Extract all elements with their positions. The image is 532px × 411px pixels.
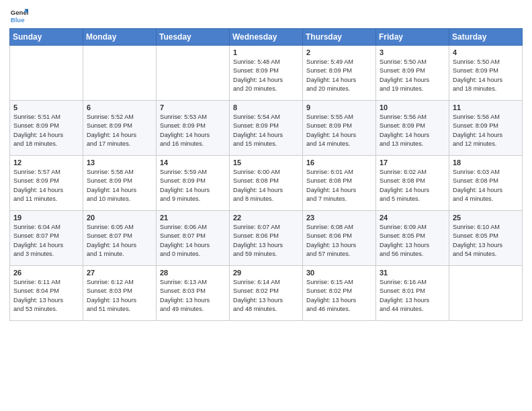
- day-number: 15: [233, 158, 300, 167]
- day-info: Sunrise: 6:06 AM Sunset: 8:07 PM Dayligh…: [160, 223, 226, 259]
- week-row-5: 26Sunrise: 6:11 AM Sunset: 8:04 PM Dayli…: [10, 266, 523, 321]
- day-info: Sunrise: 6:15 AM Sunset: 8:02 PM Dayligh…: [306, 278, 373, 314]
- day-cell: 9Sunrise: 5:55 AM Sunset: 8:09 PM Daylig…: [303, 101, 376, 156]
- day-cell: 5Sunrise: 5:51 AM Sunset: 8:09 PM Daylig…: [10, 101, 83, 156]
- day-cell: [10, 46, 83, 101]
- day-number: 4: [453, 48, 519, 56]
- day-info: Sunrise: 5:58 AM Sunset: 8:09 PM Dayligh…: [87, 168, 153, 203]
- day-cell: 11Sunrise: 5:56 AM Sunset: 8:09 PM Dayli…: [449, 101, 523, 156]
- day-cell: 3Sunrise: 5:50 AM Sunset: 8:09 PM Daylig…: [376, 46, 449, 101]
- day-number: 30: [306, 269, 373, 277]
- logo-icon: General Blue: [9, 7, 28, 26]
- day-number: 23: [306, 214, 373, 222]
- day-number: 25: [453, 214, 519, 222]
- day-cell: 24Sunrise: 6:09 AM Sunset: 8:05 PM Dayli…: [376, 211, 449, 266]
- day-number: 5: [13, 103, 80, 111]
- day-cell: 14Sunrise: 5:59 AM Sunset: 8:09 PM Dayli…: [157, 156, 230, 211]
- day-cell: 31Sunrise: 6:16 AM Sunset: 8:01 PM Dayli…: [376, 266, 449, 321]
- day-number: 28: [160, 269, 226, 277]
- day-info: Sunrise: 5:48 AM Sunset: 8:09 PM Dayligh…: [233, 58, 300, 93]
- day-number: 24: [380, 214, 446, 222]
- day-info: Sunrise: 6:05 AM Sunset: 8:07 PM Dayligh…: [87, 223, 153, 259]
- day-cell: [449, 266, 523, 321]
- day-info: Sunrise: 6:08 AM Sunset: 8:06 PM Dayligh…: [306, 223, 373, 259]
- svg-text:Blue: Blue: [11, 16, 25, 24]
- day-cell: [157, 46, 230, 101]
- day-info: Sunrise: 6:10 AM Sunset: 8:05 PM Dayligh…: [453, 223, 519, 259]
- day-number: 2: [306, 48, 373, 56]
- day-cell: 28Sunrise: 6:13 AM Sunset: 8:03 PM Dayli…: [157, 266, 230, 321]
- day-number: 12: [13, 158, 80, 167]
- day-cell: 1Sunrise: 5:48 AM Sunset: 8:09 PM Daylig…: [230, 46, 303, 101]
- day-info: Sunrise: 5:56 AM Sunset: 8:09 PM Dayligh…: [380, 113, 446, 148]
- day-cell: [83, 46, 157, 101]
- day-info: Sunrise: 5:57 AM Sunset: 8:09 PM Dayligh…: [13, 168, 80, 203]
- week-row-1: 1Sunrise: 5:48 AM Sunset: 8:09 PM Daylig…: [10, 46, 523, 101]
- weekday-header-wednesday: Wednesday: [230, 29, 303, 46]
- day-cell: 16Sunrise: 6:01 AM Sunset: 8:08 PM Dayli…: [303, 156, 376, 211]
- day-cell: 20Sunrise: 6:05 AM Sunset: 8:07 PM Dayli…: [83, 211, 157, 266]
- day-cell: 23Sunrise: 6:08 AM Sunset: 8:06 PM Dayli…: [303, 211, 376, 266]
- day-info: Sunrise: 6:11 AM Sunset: 8:04 PM Dayligh…: [13, 278, 80, 314]
- day-info: Sunrise: 5:55 AM Sunset: 8:09 PM Dayligh…: [306, 113, 373, 148]
- weekday-header-friday: Friday: [376, 29, 449, 46]
- day-number: 1: [233, 48, 300, 56]
- day-number: 17: [380, 158, 446, 167]
- weekday-header-tuesday: Tuesday: [157, 29, 230, 46]
- day-number: 21: [160, 214, 226, 222]
- calendar-table: SundayMondayTuesdayWednesdayThursdayFrid…: [9, 28, 523, 321]
- day-cell: 8Sunrise: 5:54 AM Sunset: 8:09 PM Daylig…: [230, 101, 303, 156]
- weekday-header-thursday: Thursday: [303, 29, 376, 46]
- day-cell: 4Sunrise: 5:50 AM Sunset: 8:09 PM Daylig…: [449, 46, 523, 101]
- day-info: Sunrise: 5:49 AM Sunset: 8:09 PM Dayligh…: [306, 58, 373, 93]
- day-number: 3: [380, 48, 446, 56]
- day-cell: 6Sunrise: 5:52 AM Sunset: 8:09 PM Daylig…: [83, 101, 157, 156]
- day-cell: 21Sunrise: 6:06 AM Sunset: 8:07 PM Dayli…: [157, 211, 230, 266]
- day-cell: 17Sunrise: 6:02 AM Sunset: 8:08 PM Dayli…: [376, 156, 449, 211]
- day-number: 20: [87, 214, 153, 222]
- day-info: Sunrise: 5:52 AM Sunset: 8:09 PM Dayligh…: [87, 113, 153, 148]
- day-cell: 15Sunrise: 6:00 AM Sunset: 8:08 PM Dayli…: [230, 156, 303, 211]
- day-info: Sunrise: 6:16 AM Sunset: 8:01 PM Dayligh…: [380, 278, 446, 314]
- week-row-4: 19Sunrise: 6:04 AM Sunset: 8:07 PM Dayli…: [10, 211, 523, 266]
- day-cell: 18Sunrise: 6:03 AM Sunset: 8:08 PM Dayli…: [449, 156, 523, 211]
- day-cell: 19Sunrise: 6:04 AM Sunset: 8:07 PM Dayli…: [10, 211, 83, 266]
- day-info: Sunrise: 5:56 AM Sunset: 8:09 PM Dayligh…: [453, 113, 519, 148]
- day-cell: 27Sunrise: 6:12 AM Sunset: 8:03 PM Dayli…: [83, 266, 157, 321]
- week-row-2: 5Sunrise: 5:51 AM Sunset: 8:09 PM Daylig…: [10, 101, 523, 156]
- day-number: 9: [306, 103, 373, 111]
- day-number: 13: [87, 158, 153, 167]
- day-number: 29: [233, 269, 300, 277]
- day-info: Sunrise: 5:54 AM Sunset: 8:09 PM Dayligh…: [233, 113, 300, 148]
- day-number: 14: [160, 158, 226, 167]
- day-info: Sunrise: 6:07 AM Sunset: 8:06 PM Dayligh…: [233, 223, 300, 259]
- weekday-header-saturday: Saturday: [449, 29, 523, 46]
- day-number: 19: [13, 214, 80, 222]
- day-info: Sunrise: 6:01 AM Sunset: 8:08 PM Dayligh…: [306, 168, 373, 203]
- day-cell: 12Sunrise: 5:57 AM Sunset: 8:09 PM Dayli…: [10, 156, 83, 211]
- logo: General Blue: [9, 7, 28, 26]
- day-info: Sunrise: 6:02 AM Sunset: 8:08 PM Dayligh…: [380, 168, 446, 203]
- day-cell: 29Sunrise: 6:14 AM Sunset: 8:02 PM Dayli…: [230, 266, 303, 321]
- day-number: 8: [233, 103, 300, 111]
- day-number: 16: [306, 158, 373, 167]
- day-info: Sunrise: 6:04 AM Sunset: 8:07 PM Dayligh…: [13, 223, 80, 259]
- day-cell: 13Sunrise: 5:58 AM Sunset: 8:09 PM Dayli…: [83, 156, 157, 211]
- day-info: Sunrise: 5:50 AM Sunset: 8:09 PM Dayligh…: [380, 58, 446, 93]
- header: General Blue: [9, 7, 523, 26]
- day-number: 31: [380, 269, 446, 277]
- week-row-3: 12Sunrise: 5:57 AM Sunset: 8:09 PM Dayli…: [10, 156, 523, 211]
- day-number: 27: [87, 269, 153, 277]
- day-cell: 25Sunrise: 6:10 AM Sunset: 8:05 PM Dayli…: [449, 211, 523, 266]
- day-info: Sunrise: 6:13 AM Sunset: 8:03 PM Dayligh…: [160, 278, 226, 314]
- day-info: Sunrise: 5:53 AM Sunset: 8:09 PM Dayligh…: [160, 113, 226, 148]
- day-info: Sunrise: 6:09 AM Sunset: 8:05 PM Dayligh…: [380, 223, 446, 259]
- day-cell: 22Sunrise: 6:07 AM Sunset: 8:06 PM Dayli…: [230, 211, 303, 266]
- day-info: Sunrise: 6:12 AM Sunset: 8:03 PM Dayligh…: [87, 278, 153, 314]
- day-number: 6: [87, 103, 153, 111]
- page: General Blue SundayMondayTuesdayWednesda…: [0, 0, 532, 411]
- day-number: 11: [453, 103, 519, 111]
- day-info: Sunrise: 6:14 AM Sunset: 8:02 PM Dayligh…: [233, 278, 300, 314]
- day-info: Sunrise: 5:50 AM Sunset: 8:09 PM Dayligh…: [453, 58, 519, 93]
- day-number: 22: [233, 214, 300, 222]
